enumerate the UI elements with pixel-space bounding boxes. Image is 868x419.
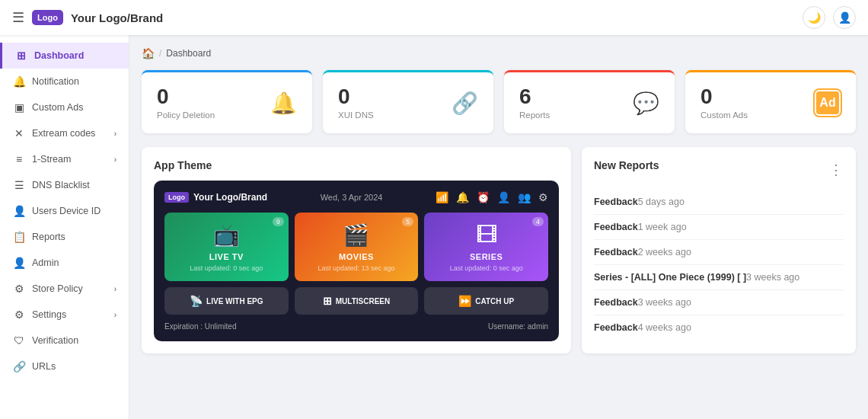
1stream-icon: ≡	[12, 153, 26, 165]
hamburger-menu[interactable]: ☰	[12, 9, 24, 26]
sidebar-item-users-device[interactable]: 👤 Users Device ID	[0, 198, 129, 224]
sidebar-item-store-policy[interactable]: ⚙ Store Policy ›	[0, 276, 129, 302]
user-profile-button[interactable]: 👤	[833, 6, 856, 29]
sidebar-item-verification[interactable]: 🛡 Verification	[0, 328, 129, 353]
theme-date: Wed, 3 Apr 2024	[321, 193, 383, 202]
sidebar-item-custom-ads[interactable]: ▣ Custom Ads	[0, 94, 129, 120]
live-tv-badge: 9	[273, 217, 284, 226]
series-badge: 4	[532, 217, 544, 226]
moon-icon: 🌙	[808, 11, 821, 24]
tile-live-tv[interactable]: 9 📺 LIVE TV Last updated: 0 sec ago	[164, 213, 289, 281]
catchup-label: CATCH UP	[475, 297, 514, 305]
report-name-0: Feedback	[594, 197, 638, 207]
person-icon: 👤	[497, 191, 510, 203]
sidebar-item-settings[interactable]: ⚙ Settings ›	[0, 302, 129, 328]
stat-card-custom-ads: 0 Custom Ads Ad	[685, 70, 856, 133]
theme-tiles-grid: 9 📺 LIVE TV Last updated: 0 sec ago 5 🎬 …	[164, 213, 548, 281]
sidebar-item-notification[interactable]: 🔔 Notification	[0, 69, 129, 94]
stat-label-custom-ads: Custom Ads	[700, 110, 748, 120]
tile-series[interactable]: 4 🎞 SERIES Last updated: 0 sec ago	[424, 213, 548, 281]
catchup-icon: ⏩	[458, 295, 471, 307]
stat-info-reports: 6 Reports	[519, 86, 550, 120]
live-tv-icon: 📺	[213, 222, 240, 248]
theme-bottom-buttons: 📡 LIVE WITH EPG ⊞ MULTISCREEN ⏩ CATCH UP	[164, 287, 548, 315]
chevron-right-icon: ›	[114, 130, 116, 138]
stat-num-custom-ads: 0	[700, 86, 748, 107]
reports-header: New Reports ⋮	[594, 159, 844, 181]
clock-icon: ⏰	[477, 191, 490, 203]
topbar-right: 🌙 👤	[803, 6, 856, 29]
store-policy-icon: ⚙	[12, 283, 26, 295]
report-item-0: Feedback 5 days ago	[594, 190, 844, 215]
admin-icon: 👤	[12, 257, 26, 269]
theme-footer: Expiration : Unlimited Username: admin	[164, 322, 548, 331]
reports-menu-button[interactable]: ⋮	[829, 162, 844, 178]
report-item-3: Series - [ALL] One Piece (1999) [ ] 3 we…	[594, 265, 844, 290]
theme-preview: Logo Your Logo/Brand Wed, 3 Apr 2024 📶 🔔…	[154, 181, 559, 341]
sidebar-label-custom-ads: Custom Ads	[32, 102, 83, 113]
sidebar-item-admin[interactable]: 👤 Admin	[0, 250, 129, 276]
sidebar-label-users-device: Users Device ID	[32, 206, 101, 216]
settings-icon: ⚙	[12, 309, 26, 321]
report-time-1: 1 week ago	[638, 222, 687, 232]
reports-stat-icon: 💬	[633, 91, 659, 116]
live-epg-button[interactable]: 📡 LIVE WITH EPG	[164, 287, 289, 315]
dark-mode-button[interactable]: 🌙	[803, 6, 825, 29]
reports-icon: 📋	[12, 231, 26, 243]
multiscreen-label: MULTISCREEN	[336, 297, 390, 305]
stat-info-xui-dns: 0 XUI DNS	[338, 86, 374, 120]
home-icon[interactable]: 🏠	[142, 47, 155, 59]
theme-brand-name: Your Logo/Brand	[193, 192, 267, 203]
chevron-right-icon-4: ›	[114, 311, 116, 319]
topbar: ☰ Logo Your Logo/Brand 🌙 👤	[0, 0, 868, 35]
sidebar-label-store-policy: Store Policy	[32, 283, 83, 294]
sidebar-item-1stream[interactable]: ≡ 1-Stream ›	[0, 146, 129, 172]
sidebar-item-dns-blacklist[interactable]: ☰ DNS Blacklist	[0, 172, 129, 198]
report-time-2: 2 weeks ago	[638, 247, 691, 257]
bottom-grid: App Theme Logo Your Logo/Brand Wed, 3 Ap…	[142, 147, 856, 353]
app-theme-card: App Theme Logo Your Logo/Brand Wed, 3 Ap…	[142, 147, 571, 353]
notification-icon: 🔔	[12, 75, 26, 88]
logo-box: Logo	[32, 10, 63, 25]
policy-deletion-icon: 🔔	[270, 91, 297, 116]
multiscreen-button[interactable]: ⊞ MULTISCREEN	[295, 287, 419, 315]
breadcrumb: 🏠 / Dashboard	[142, 47, 856, 59]
report-time-4: 3 weeks ago	[638, 297, 691, 308]
theme-header: Logo Your Logo/Brand Wed, 3 Apr 2024 📶 🔔…	[164, 191, 548, 203]
chevron-right-icon-3: ›	[114, 285, 116, 293]
report-item-4: Feedback 3 weeks ago	[594, 290, 844, 315]
sidebar-item-reports[interactable]: 📋 Reports	[0, 224, 129, 250]
sidebar: ⊞ Dashboard 🔔 Notification ▣ Custom Ads …	[0, 35, 129, 419]
sidebar-item-urls[interactable]: 🔗 URLs	[0, 353, 129, 379]
series-icon: 🎞	[476, 222, 497, 248]
stat-info-policy-deletion: 0 Policy Deletion	[157, 86, 215, 120]
tile-movies[interactable]: 5 🎬 MOVIES Last updated: 13 sec ago	[295, 213, 419, 281]
sidebar-label-reports: Reports	[32, 232, 65, 242]
stat-num-xui-dns: 0	[338, 86, 374, 107]
live-tv-sub: Last updated: 0 sec ago	[190, 264, 263, 272]
sidebar-item-dashboard[interactable]: ⊞ Dashboard	[0, 43, 129, 69]
stat-label-reports: Reports	[519, 110, 550, 120]
dashboard-icon: ⊞	[14, 50, 28, 62]
breadcrumb-separator: /	[159, 48, 161, 59]
verification-icon: 🛡	[12, 334, 26, 347]
wifi-icon: 📶	[436, 191, 448, 203]
report-name-5: Feedback	[594, 322, 638, 333]
sidebar-label-notification: Notification	[32, 76, 79, 87]
xui-dns-icon: 🔗	[452, 91, 478, 116]
brand-name: Your Logo/Brand	[71, 11, 163, 24]
movies-label: MOVIES	[339, 252, 374, 261]
sidebar-label-settings: Settings	[32, 309, 66, 320]
catch-up-button[interactable]: ⏩ CATCH UP	[424, 287, 548, 315]
breadcrumb-current: Dashboard	[166, 48, 211, 59]
report-name-1: Feedback	[594, 222, 638, 232]
sidebar-item-extream-codes[interactable]: ✕ Extream codes ›	[0, 120, 129, 146]
movies-sub: Last updated: 13 sec ago	[318, 264, 394, 272]
gear-icon: ⚙	[538, 191, 548, 203]
sidebar-label-dashboard: Dashboard	[34, 50, 84, 61]
sidebar-label-urls: URLs	[32, 361, 56, 372]
theme-logo: Logo Your Logo/Brand	[164, 192, 267, 203]
theme-logo-box: Logo	[164, 192, 189, 203]
movies-badge: 5	[402, 217, 413, 226]
topbar-left: ☰ Logo Your Logo/Brand	[12, 9, 163, 26]
